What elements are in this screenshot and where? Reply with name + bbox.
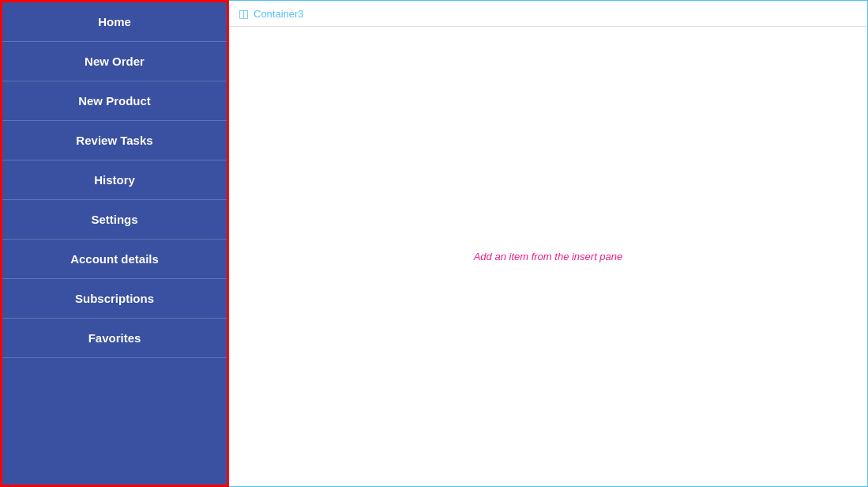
content-area: ◫ Container3 Add an item from the insert…	[229, 0, 868, 487]
container-title: Container3	[254, 8, 304, 20]
sidebar-item-new-order[interactable]: New Order	[2, 42, 227, 81]
main-layout: Home New Order New Product Review Tasks …	[0, 0, 868, 487]
container-icon: ◫	[239, 7, 249, 20]
content-header: ◫ Container3	[229, 1, 867, 27]
sidebar-item-review-tasks[interactable]: Review Tasks	[2, 121, 227, 160]
sidebar-empty-space	[2, 358, 227, 485]
sidebar: Home New Order New Product Review Tasks …	[0, 0, 229, 487]
sidebar-item-subscriptions[interactable]: Subscriptions	[2, 279, 227, 319]
sidebar-item-history[interactable]: History	[2, 160, 227, 200]
sidebar-item-home[interactable]: Home	[2, 2, 227, 42]
insert-hint: Add an item from the insert pane	[474, 251, 623, 262]
sidebar-item-account-details[interactable]: Account details	[2, 240, 227, 279]
sidebar-item-favorites[interactable]: Favorites	[2, 319, 227, 358]
sidebar-item-settings[interactable]: Settings	[2, 200, 227, 240]
sidebar-item-new-product[interactable]: New Product	[2, 81, 227, 121]
content-body: Add an item from the insert pane	[229, 27, 867, 486]
